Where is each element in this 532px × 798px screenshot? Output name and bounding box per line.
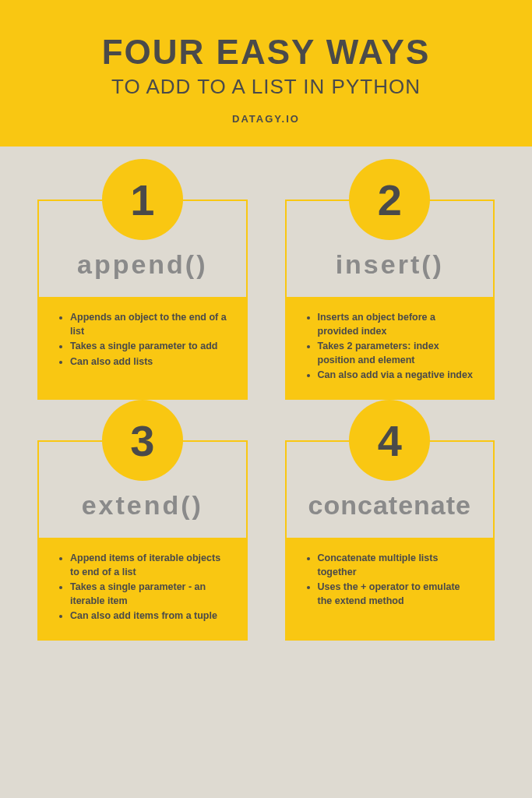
- card-append: 1 append() Appends an object to the end …: [37, 200, 248, 400]
- number-badge: 2: [349, 159, 430, 240]
- detail-point: Takes 2 parameters: index position and e…: [318, 340, 477, 367]
- card-details: Appends an object to the end of a list T…: [39, 297, 246, 398]
- number-badge: 3: [102, 400, 183, 481]
- detail-point: Takes a single parameter - an iterable i…: [70, 581, 229, 608]
- detail-point: Takes a single parameter to add: [70, 340, 229, 354]
- number-badge: 1: [102, 159, 183, 240]
- card-extend: 3 extend() Append items of iterable obje…: [37, 440, 248, 641]
- card-concatenate: 4 concatenate Concatenate multiple lists…: [285, 440, 495, 641]
- card-details: Inserts an object before a provided inde…: [287, 297, 494, 398]
- detail-point: Concatenate multiple lists together: [318, 552, 477, 579]
- cards-grid: 1 append() Appends an object to the end …: [0, 147, 532, 667]
- card-details: Concatenate multiple lists together Uses…: [287, 538, 494, 639]
- header: FOUR EASY WAYS TO ADD TO A LIST IN PYTHO…: [0, 0, 532, 147]
- site-label: DATAGY.IO: [16, 113, 516, 125]
- detail-point: Appends an object to the end of a list: [70, 311, 229, 338]
- card-number: 4: [378, 415, 402, 466]
- detail-point: Inserts an object before a provided inde…: [318, 311, 477, 338]
- card-insert: 2 insert() Inserts an object before a pr…: [285, 200, 495, 400]
- detail-point: Append items of iterable objects to end …: [70, 552, 229, 579]
- detail-point: Can also add items from a tuple: [70, 609, 229, 623]
- card-details: Append items of iterable objects to end …: [39, 538, 246, 639]
- page-subtitle: TO ADD TO A LIST IN PYTHON: [16, 75, 516, 99]
- card-number: 1: [130, 175, 154, 225]
- page-title: FOUR EASY WAYS: [16, 33, 516, 72]
- card-number: 2: [378, 175, 402, 225]
- number-badge: 4: [349, 400, 430, 481]
- card-number: 3: [130, 415, 154, 466]
- detail-point: Can also add lists: [70, 355, 229, 369]
- detail-point: Can also add via a negative index: [318, 369, 477, 383]
- detail-point: Uses the + operator to emulate the exten…: [318, 581, 477, 608]
